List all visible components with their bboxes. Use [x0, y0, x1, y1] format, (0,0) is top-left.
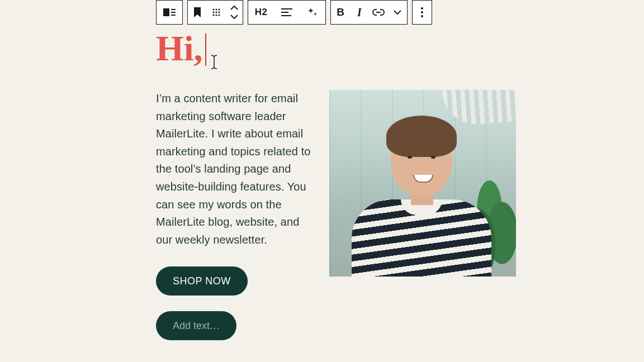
block-type-icon: [163, 7, 176, 17]
svg-rect-2: [171, 12, 176, 13]
svg-point-12: [218, 14, 220, 16]
svg-point-17: [421, 11, 423, 13]
svg-point-11: [215, 14, 217, 16]
block-mover: [226, 4, 243, 21]
svg-point-4: [212, 8, 214, 10]
toolbar-group-more: [412, 0, 432, 25]
shop-now-label: SHOP NOW: [173, 275, 231, 287]
ai-assist-button[interactable]: [300, 1, 325, 24]
ai-sparkle-icon: [307, 7, 318, 18]
toolbar-group-inline: B I: [330, 0, 408, 25]
heading-level-button[interactable]: H2: [248, 1, 274, 24]
svg-point-10: [212, 14, 214, 16]
svg-point-6: [218, 8, 220, 10]
image-person-eye: [408, 156, 412, 159]
svg-rect-0: [163, 8, 169, 16]
svg-point-8: [215, 11, 217, 13]
image-person-hair: [386, 116, 457, 157]
text-column: I’m a content writer for email marketing…: [156, 90, 312, 340]
chevron-down-icon: [394, 10, 401, 15]
bold-button[interactable]: B: [331, 1, 350, 24]
svg-point-5: [215, 8, 217, 10]
italic-button[interactable]: I: [350, 1, 369, 24]
svg-rect-1: [171, 9, 176, 10]
svg-point-9: [218, 11, 220, 13]
text-cursor: [205, 34, 206, 66]
more-inline-dropdown[interactable]: [388, 1, 407, 24]
profile-image[interactable]: [329, 90, 516, 277]
add-text-placeholder: Add text…: [173, 320, 220, 332]
link-button[interactable]: [369, 1, 388, 24]
toolbar-group-block: [156, 0, 183, 25]
align-button[interactable]: [274, 1, 300, 24]
add-text-button[interactable]: Add text…: [156, 311, 236, 340]
image-person-eye: [431, 156, 435, 159]
toolbar-group-move: [187, 0, 243, 25]
bookmark-icon: [193, 7, 201, 17]
move-up-button[interactable]: [228, 4, 241, 12]
chevron-down-icon: [230, 15, 238, 19]
italic-label: I: [357, 6, 362, 19]
align-left-icon: [281, 8, 292, 16]
editor-canvas: Hi, I’m a content writer for email marke…: [156, 28, 519, 340]
heading-block[interactable]: Hi,: [156, 28, 519, 66]
two-column-layout: I’m a content writer for email marketing…: [156, 90, 519, 340]
block-type-button[interactable]: [157, 1, 182, 24]
toolbar-group-heading: H2: [248, 0, 326, 25]
bookmark-button[interactable]: [188, 1, 207, 24]
svg-point-7: [212, 11, 214, 13]
chevron-up-icon: [230, 6, 238, 10]
drag-handle[interactable]: [207, 1, 226, 24]
body-paragraph[interactable]: I’m a content writer for email marketing…: [156, 90, 312, 249]
bold-label: B: [337, 6, 344, 18]
more-vertical-icon: [421, 7, 423, 17]
drag-handle-icon: [212, 8, 221, 17]
heading-level-label: H2: [255, 7, 268, 18]
block-toolbar: H2 B I: [156, 0, 432, 25]
svg-point-18: [421, 15, 423, 17]
move-down-button[interactable]: [228, 13, 241, 21]
more-options-button[interactable]: [413, 1, 432, 24]
svg-rect-3: [171, 15, 176, 16]
svg-point-16: [421, 7, 423, 9]
link-icon: [372, 9, 385, 16]
heading-text: Hi,: [156, 31, 203, 66]
shop-now-button[interactable]: SHOP NOW: [156, 266, 248, 296]
